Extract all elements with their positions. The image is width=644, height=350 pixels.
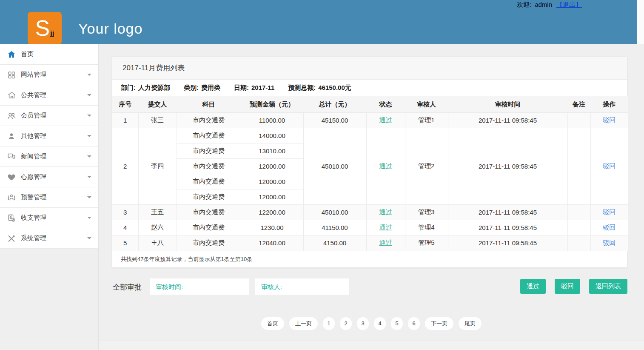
reviewer-input[interactable] xyxy=(255,278,349,295)
table-row: 3王五市内交通费12200.0045010.00通过管理32017-11-11 … xyxy=(112,205,628,220)
table-row: 2李四市内交通费14000.0045010.00通过管理22017-11-11 … xyxy=(112,128,628,143)
approve-button[interactable]: 通过 xyxy=(520,279,546,294)
action-cell-link[interactable]: 驳回 xyxy=(603,208,616,215)
forecast-amount-cell: 1230.00 xyxy=(241,220,303,235)
sidebar-item-wishes[interactable]: 心愿管理 xyxy=(0,167,98,187)
back-to-list-button[interactable]: 返回列表 xyxy=(589,279,627,294)
sidebar-item-public[interactable]: 公共管理 xyxy=(0,85,98,106)
records-summary: 共找到47条年度预算记录，当前显示从第1条至第10条 xyxy=(112,251,627,267)
total-cell: 45010.00 xyxy=(303,205,366,220)
filter-department: 部门:人力资源部 xyxy=(121,84,170,92)
status-cell-link[interactable]: 通过 xyxy=(379,162,392,169)
scrollbar-strip[interactable] xyxy=(637,0,644,44)
user-icon xyxy=(6,131,17,141)
action-cell: 驳回 xyxy=(590,235,628,251)
sidebar-item-website[interactable]: 网站管理 xyxy=(0,65,98,85)
subject-cell: 市内交通费 xyxy=(177,128,241,143)
chevron-down-icon xyxy=(87,94,91,96)
action-cell-link[interactable]: 驳回 xyxy=(603,116,616,123)
status-cell-link[interactable]: 通过 xyxy=(379,116,392,123)
logo-subscript: jj xyxy=(50,29,54,38)
filter-category: 类别:费用类 xyxy=(184,84,220,92)
sidebar-item-alerts[interactable]: 预警管理 xyxy=(0,187,98,208)
chevron-down-icon xyxy=(87,115,91,117)
chevron-down-icon xyxy=(87,176,91,178)
action-cell-link[interactable]: 驳回 xyxy=(603,239,616,246)
chevron-down-icon xyxy=(87,196,91,198)
status-cell: 通过 xyxy=(366,205,405,220)
remark-cell xyxy=(567,235,590,251)
sidebar-item-label: 新闻管理 xyxy=(21,152,46,161)
action-cell-link[interactable]: 驳回 xyxy=(603,224,616,231)
subject-cell: 市内交通费 xyxy=(177,220,241,235)
action-cell: 驳回 xyxy=(590,220,628,235)
sidebar-item-finance[interactable]: 收支管理 xyxy=(0,208,98,228)
forecast-amount-cell: 13010.00 xyxy=(241,143,303,159)
status-cell-link[interactable]: 通过 xyxy=(379,224,392,231)
sidebar-item-label: 公共管理 xyxy=(21,91,46,99)
expense-list-panel: 2017-11月费用列表 部门:人力资源部 类别:费用类 日期:2017-11 … xyxy=(112,57,627,268)
page-nav-button[interactable]: 尾页 xyxy=(459,317,482,330)
remark-cell xyxy=(567,205,590,220)
status-cell-link[interactable]: 通过 xyxy=(379,208,392,215)
column-header: 提交人 xyxy=(138,96,177,113)
sidebar-item-other[interactable]: 其他管理 xyxy=(0,126,98,146)
page-number-6[interactable]: 6 xyxy=(408,317,420,330)
action-cell-link[interactable]: 驳回 xyxy=(603,162,616,169)
remark-cell xyxy=(567,128,590,205)
sidebar-item-news[interactable]: 新闻管理 xyxy=(0,146,98,167)
sidebar-item-label: 首页 xyxy=(21,50,34,58)
subject-cell: 市内交通费 xyxy=(177,113,241,128)
logo-letter: S xyxy=(35,17,50,39)
column-header: 备注 xyxy=(567,96,590,113)
billing-icon xyxy=(6,213,17,223)
remark-cell xyxy=(567,113,590,128)
subject-cell: 市内交通费 xyxy=(177,143,241,159)
sidebar-item-system[interactable]: 系统管理 xyxy=(0,228,98,249)
footer-divider xyxy=(99,341,644,350)
action-cell: 驳回 xyxy=(590,128,628,205)
page-nav-button[interactable]: 下一页 xyxy=(425,317,453,330)
alert-users-icon xyxy=(6,192,17,203)
submitter-cell: 王八 xyxy=(138,235,177,251)
column-header: 总计（元） xyxy=(303,96,366,113)
column-header: 预测金额（元） xyxy=(241,96,303,113)
column-header: 序号 xyxy=(112,96,138,113)
sidebar: 首页 网站管理 公共管理 会员管理 其他管理 新闻管理 xyxy=(0,44,99,350)
logout-link[interactable]: 【退出】 xyxy=(556,1,582,8)
total-cell: 4150.00 xyxy=(303,235,366,251)
review-time-cell: 2017-11-11 09:58:45 xyxy=(448,205,567,220)
status-cell-link[interactable]: 通过 xyxy=(379,239,392,246)
reject-button[interactable]: 驳回 xyxy=(555,279,580,294)
forecast-amount-cell: 12000.00 xyxy=(241,189,303,205)
page-number-3[interactable]: 3 xyxy=(357,317,369,330)
page-number-2[interactable]: 2 xyxy=(340,317,352,330)
sidebar-item-label: 收支管理 xyxy=(21,214,46,222)
page-number-4[interactable]: 4 xyxy=(374,317,386,330)
column-header: 审核人 xyxy=(405,96,448,113)
reviewer-cell: 管理5 xyxy=(405,235,448,251)
reviewer-cell: 管理2 xyxy=(405,128,448,205)
forecast-amount-cell: 12040.00 xyxy=(241,235,303,251)
batch-approval-bar: 全部审批 通过 驳回 返回列表 xyxy=(112,278,627,295)
page-number-5[interactable]: 5 xyxy=(391,317,403,330)
sidebar-item-label: 其他管理 xyxy=(21,132,46,140)
subject-cell: 市内交通费 xyxy=(177,235,241,251)
page-nav-button[interactable]: 首页 xyxy=(261,317,284,330)
page-nav-button[interactable]: 上一页 xyxy=(289,317,318,330)
subject-cell: 市内交通费 xyxy=(177,174,241,189)
pagination: 首页上一页123456下一页尾页 xyxy=(99,317,644,330)
review-time-input[interactable] xyxy=(150,278,249,295)
table-row: 4赵六市内交通费1230.0041150.00通过管理42017-11-11 0… xyxy=(112,220,628,235)
submitter-cell: 赵六 xyxy=(138,220,177,235)
filter-summary-row: 部门:人力资源部 类别:费用类 日期:2017-11 预测总额:46150.00… xyxy=(112,80,627,96)
column-header: 审核时间 xyxy=(448,96,567,113)
chevron-down-icon xyxy=(87,135,91,137)
filter-forecast-total: 预测总额:46150.00元 xyxy=(288,84,351,92)
sidebar-item-home[interactable]: 首页 xyxy=(0,44,98,65)
table-row: 5王八市内交通费12040.004150.00通过管理52017-11-11 0… xyxy=(112,235,628,251)
sidebar-item-members[interactable]: 会员管理 xyxy=(0,106,98,126)
forecast-amount-cell: 14000.00 xyxy=(241,128,303,143)
page-number-1[interactable]: 1 xyxy=(323,317,335,330)
chevron-down-icon xyxy=(87,217,91,219)
